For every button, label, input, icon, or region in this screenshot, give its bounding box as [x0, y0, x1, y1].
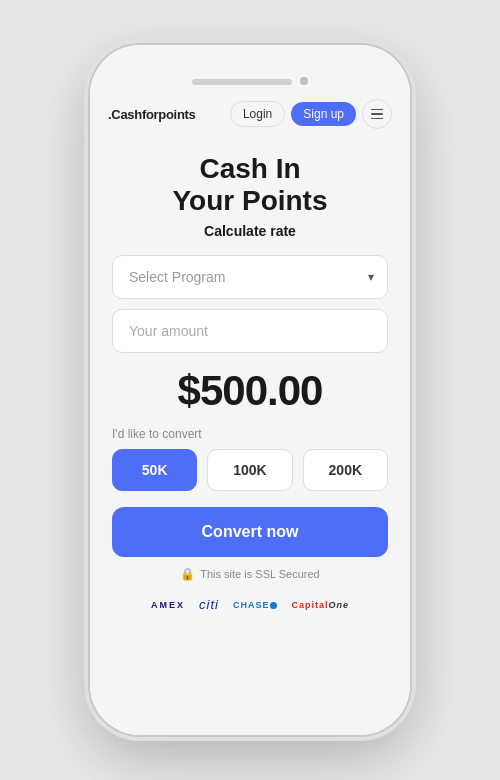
citi-logo: citi — [199, 597, 219, 612]
points-buttons-group: 50K 100K 200K — [112, 449, 388, 491]
menu-line-2 — [371, 113, 383, 115]
hero-subtitle: Calculate rate — [204, 223, 296, 239]
convert-label: I'd like to convert — [112, 427, 202, 441]
convert-now-button[interactable]: Convert now — [112, 507, 388, 557]
amex-logo: AMEX — [151, 600, 185, 610]
nav-bar: .Cashforpoints Login Sign up — [90, 89, 410, 139]
phone-shell: .Cashforpoints Login Sign up Cash In You… — [90, 45, 410, 735]
nav-actions: Login Sign up — [230, 99, 392, 129]
menu-line-1 — [371, 109, 383, 111]
camera-dot — [300, 77, 308, 85]
notch — [192, 79, 292, 85]
capital-one-logo: CapitalOne — [291, 600, 349, 610]
amount-input[interactable] — [112, 309, 388, 353]
dollar-amount-display: $500.00 — [178, 367, 323, 415]
chase-logo: CHASE — [233, 600, 278, 610]
program-select[interactable]: Select Program Amex Membership Rewards C… — [112, 255, 388, 299]
points-btn-50k[interactable]: 50K — [112, 449, 197, 491]
notch-area — [90, 45, 410, 89]
points-btn-200k[interactable]: 200K — [303, 449, 388, 491]
menu-button[interactable] — [362, 99, 392, 129]
ssl-text: This site is SSL Secured — [200, 568, 319, 580]
select-wrapper: Select Program Amex Membership Rewards C… — [112, 255, 388, 299]
ssl-badge: 🔒 This site is SSL Secured — [180, 567, 319, 581]
card-logos: AMEX citi CHASE CapitalOne — [151, 597, 349, 612]
logo: .Cashforpoints — [108, 107, 196, 122]
signup-button[interactable]: Sign up — [291, 102, 356, 126]
points-btn-100k[interactable]: 100K — [207, 449, 292, 491]
menu-line-3 — [371, 118, 383, 120]
phone-screen: .Cashforpoints Login Sign up Cash In You… — [90, 45, 410, 735]
main-content: Cash In Your Points Calculate rate Selec… — [90, 139, 410, 735]
lock-icon: 🔒 — [180, 567, 195, 581]
login-button[interactable]: Login — [230, 101, 285, 127]
hero-title: Cash In Your Points — [172, 153, 327, 217]
